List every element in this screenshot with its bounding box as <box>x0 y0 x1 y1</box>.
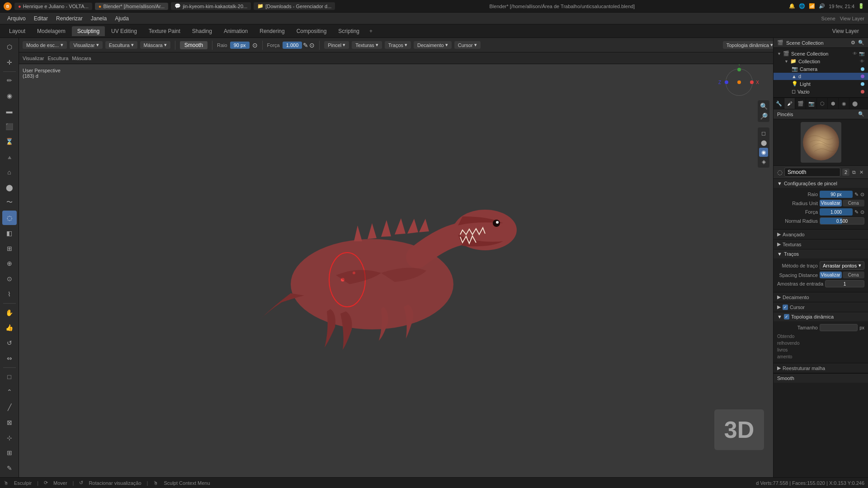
tool-slide[interactable]: ⇔ <box>2 351 17 366</box>
texturas-section[interactable]: ▶ Texturas <box>774 239 868 249</box>
tool-blob[interactable]: ⊙ <box>2 272 17 286</box>
forca-pressure-icon-rp[interactable]: ⊙ <box>860 209 864 215</box>
raio-edit-icon[interactable]: ✎ <box>854 192 859 197</box>
tool-elastic[interactable]: ⬤ <box>2 180 17 195</box>
sculpt-menu[interactable]: Escultura ▾ <box>105 41 137 49</box>
tab-uv-editing[interactable]: UV Editing <box>106 26 142 36</box>
prop-tab-tool[interactable]: 🔧 <box>774 98 784 109</box>
tree-scene-collection[interactable]: ▼ 🎬 Scene Collection 👁 📷 <box>774 50 868 57</box>
tool-transform[interactable]: ⊞ <box>2 446 17 460</box>
menu-editar[interactable]: Editar <box>30 14 52 23</box>
raio-slider[interactable]: 90 px <box>820 191 853 198</box>
cursor-menu[interactable]: Cursor ▾ <box>454 41 481 49</box>
pinceis-search-icon[interactable]: 🔍 <box>858 111 864 117</box>
tab-rendering[interactable]: Rendering <box>254 26 290 36</box>
prop-tab-world[interactable]: ◉ <box>839 98 849 109</box>
tool-grab[interactable]: ✋ <box>2 305 17 320</box>
raio-pressure-icon[interactable]: ⊙ <box>252 42 258 49</box>
tab-compositing[interactable]: Compositing <box>291 26 332 36</box>
prop-tab-output[interactable]: ⬡ <box>817 98 828 109</box>
tree-d-object[interactable]: ▲ d <box>774 73 868 80</box>
tab-scripting[interactable]: Scripting <box>333 26 365 36</box>
tab-texture-paint[interactable]: Texture Paint <box>143 26 186 36</box>
tool-lasso-mask[interactable]: ⌃ <box>2 385 17 399</box>
tool-scrape[interactable]: ⌛ <box>2 135 17 149</box>
prop-tab-active[interactable]: 🖌 <box>784 98 795 109</box>
tool-select[interactable]: ⬡ <box>2 40 17 54</box>
tool-box-trim[interactable]: ⊠ <box>2 415 17 430</box>
spacing-visualizar[interactable]: Visualizar <box>820 272 842 278</box>
material-btn[interactable]: ◉ <box>759 148 768 157</box>
tool-flatten[interactable]: ▬ <box>2 104 17 118</box>
topologia-menu[interactable]: Topologia dinâmica ▾ <box>723 41 777 49</box>
pincel-menu[interactable]: Pincel ▾ <box>324 41 349 49</box>
mode-selector[interactable]: Modo de esc... ▾ <box>23 41 67 49</box>
topologia-header[interactable]: ▼ ✓ Topologia dinâmica <box>774 312 868 321</box>
raio-input[interactable]: 90 px <box>230 42 250 49</box>
tab-henrique[interactable]: ● Henrique e Juliano - VOLTA... <box>14 3 92 10</box>
view-menu[interactable]: Visualizar ▾ <box>70 41 103 49</box>
tool-mask[interactable]: ◧ <box>2 226 17 240</box>
raio-pressure-icon[interactable]: ⊙ <box>860 192 864 197</box>
tree-vazio[interactable]: ◻ Vazio <box>774 88 868 95</box>
tab-shading[interactable]: Shading <box>187 26 217 36</box>
mask-menu[interactable]: Máscara ▾ <box>140 41 170 49</box>
tracos-menu[interactable]: Traços ▾ <box>385 41 411 49</box>
menu-renderizar[interactable]: Renderizar <box>52 14 86 23</box>
avancado-section[interactable]: ▶ Avançado <box>774 230 868 239</box>
tool-inflate[interactable]: ⊕ <box>2 257 17 271</box>
prop-tab-scene[interactable]: 🎬 <box>795 98 806 109</box>
tool-line[interactable]: ╱ <box>2 400 17 414</box>
forca-edit-icon[interactable]: ✎ <box>303 42 308 49</box>
spacing-cena[interactable]: Cena <box>843 272 865 278</box>
brush-name-header[interactable]: Smooth <box>180 41 208 49</box>
amostras-field[interactable]: 1 <box>825 280 864 287</box>
forca-slider[interactable]: 1.000 <box>820 208 853 216</box>
tool-cursor-icon[interactable]: ✛ <box>2 55 17 70</box>
forca-edit-icon-rp[interactable]: ✎ <box>854 209 859 215</box>
forca-pressure-icon[interactable]: ⊙ <box>309 42 315 49</box>
texturas-menu[interactable]: Texturas ▾ <box>352 41 382 49</box>
solid-btn[interactable]: ⬤ <box>759 138 768 147</box>
tab-blender[interactable]: ● Blender* [/home/allison/Ar... <box>95 3 168 10</box>
tab-downloads[interactable]: 📁 [Downloads - Gerenciador d... <box>254 2 335 10</box>
prop-tab-object[interactable]: ⬤ <box>849 98 860 109</box>
sub-mask[interactable]: Máscara <box>72 56 91 61</box>
viewport-gizmo[interactable]: X Y Z <box>723 69 755 100</box>
radius-unit-cena[interactable]: Cena <box>843 200 865 206</box>
3d-viewport[interactable]: User Perspective (183) d X Y Z 🔍 🔎 <box>19 64 773 477</box>
zoom-out-button[interactable]: 🔎 <box>759 112 768 121</box>
zoom-in-button[interactable]: 🔍 <box>759 102 768 111</box>
tree-collection[interactable]: ▼ 📁 Collection 👁 <box>774 57 868 65</box>
tool-box-mask[interactable]: □ <box>2 370 17 384</box>
scene-vis-icon[interactable]: 👁 <box>853 51 857 56</box>
prop-tab-viewlayer[interactable]: ⬢ <box>828 98 839 109</box>
tab-animation[interactable]: Animation <box>218 26 253 36</box>
reestruturar-section[interactable]: ▶ Reestruturar malha <box>774 363 868 373</box>
cursor-section[interactable]: ▶ ✓ Cursor <box>774 302 868 312</box>
tab-sculpting[interactable]: Sculpting <box>72 26 105 36</box>
radius-unit-visualizar[interactable]: Visualizar <box>820 200 842 206</box>
tamanho-field[interactable] <box>820 324 858 331</box>
tab-plus[interactable]: + <box>366 26 376 36</box>
tool-annotate[interactable]: ✎ <box>2 461 17 475</box>
tool-thumb[interactable]: 👍 <box>2 321 17 335</box>
menu-ajuda[interactable]: Ajuda <box>111 14 132 23</box>
brush-settings-header[interactable]: ▼ Configurações de pincel <box>774 179 868 188</box>
normal-radius-slider[interactable]: 0.500 <box>820 217 864 225</box>
tool-draw[interactable]: ✏ <box>2 74 17 88</box>
menu-janela[interactable]: Janela <box>87 14 110 23</box>
tool-fill[interactable]: ⬛ <box>2 119 17 134</box>
forca-value[interactable]: 1.000 <box>283 42 302 49</box>
render-btn[interactable]: ◈ <box>759 157 768 166</box>
search-icon[interactable]: 🔍 <box>858 40 864 46</box>
brush-delete-icon[interactable]: ✕ <box>859 169 864 176</box>
tab-view-layer[interactable]: View Layer <box>827 26 864 36</box>
tree-light[interactable]: 💡 Light <box>774 80 868 88</box>
wireframe-btn[interactable]: ◻ <box>759 129 768 138</box>
tree-camera[interactable]: 📷 Camera <box>774 65 868 73</box>
scene-render-icon[interactable]: 📷 <box>859 51 864 56</box>
decaimento-menu[interactable]: Decaimento ▾ <box>414 41 452 49</box>
tool-multi-plane[interactable]: ⟁ <box>2 150 17 164</box>
tab-modelagem[interactable]: Modelagem <box>32 26 71 36</box>
